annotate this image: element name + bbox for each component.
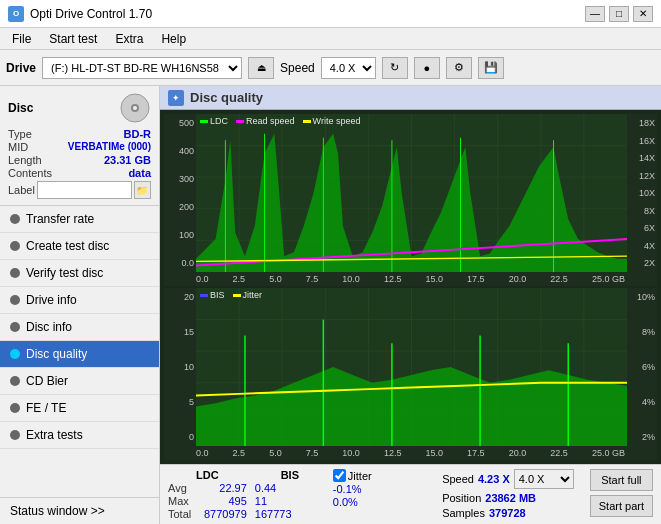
maximize-button[interactable]: □ <box>609 6 629 22</box>
sidebar-item-extra-tests[interactable]: Extra tests <box>0 422 159 449</box>
menu-start-test[interactable]: Start test <box>41 30 105 48</box>
content-area: ✦ Disc quality 500 400 300 200 100 0.0 <box>160 86 661 524</box>
sidebar-item-disc-quality[interactable]: Disc quality <box>0 341 159 368</box>
nav-label-cd-bier: CD Bier <box>26 374 68 388</box>
ldc-avg-row: Avg 22.97 <box>168 482 247 494</box>
sidebar-item-drive-info[interactable]: Drive info <box>0 287 159 314</box>
svg-point-2 <box>133 106 137 110</box>
nav-dot <box>10 403 20 413</box>
disc-quality-header: ✦ Disc quality <box>160 86 661 110</box>
jitter-checkbox[interactable] <box>333 469 346 482</box>
chart1-wrapper: 500 400 300 200 100 0.0 LDC <box>164 114 657 286</box>
chart1-inner: 500 400 300 200 100 0.0 LDC <box>164 114 657 272</box>
menu-bar: File Start test Extra Help <box>0 28 661 50</box>
start-full-button[interactable]: Start full <box>590 469 653 491</box>
right-stats-col: Speed 4.23 X 4.0 X Position 23862 MB Sam… <box>442 469 574 519</box>
settings-button[interactable]: ⚙ <box>446 57 472 79</box>
jitter-max-row: 0.0% <box>333 496 403 508</box>
chart2-y-left: 20 15 10 5 0 <box>164 288 196 446</box>
label-button[interactable]: 📁 <box>134 181 151 199</box>
type-field: Type BD-R <box>8 128 151 140</box>
disc-icon <box>119 92 151 124</box>
nav-dot <box>10 430 20 440</box>
jitter-legend-label: Jitter <box>243 290 263 300</box>
sidebar-item-disc-info[interactable]: Disc info <box>0 314 159 341</box>
eject-button[interactable]: ⏏ <box>248 57 274 79</box>
window-controls[interactable]: — □ ✕ <box>585 6 653 22</box>
status-window-label: Status window >> <box>10 504 105 518</box>
read-speed-legend-dot <box>236 120 244 123</box>
main-area: Disc Type BD-R MID VERBATIMe (000) Leng <box>0 86 661 524</box>
jitter-avg-row: -0.1% <box>333 483 403 495</box>
nav-label-create-test-disc: Create test disc <box>26 239 109 253</box>
refresh-button[interactable]: ↻ <box>382 57 408 79</box>
label-input[interactable] <box>37 181 132 199</box>
chart2-y-right: 10% 8% 6% 4% 2% <box>627 288 657 446</box>
ldc-total-value: 8770979 <box>204 508 247 520</box>
jitter-max-value: 0.0% <box>333 496 358 508</box>
charts-container: 500 400 300 200 100 0.0 LDC <box>160 110 661 464</box>
toolbar: Drive (F:) HL-DT-ST BD-RE WH16NS58 TST4 … <box>0 50 661 86</box>
speed-stat-value: 4.23 X <box>478 473 510 485</box>
jitter-legend-dot <box>233 294 241 297</box>
speed-stat-row: Speed 4.23 X 4.0 X <box>442 469 574 489</box>
disc-quality-title: Disc quality <box>190 90 263 105</box>
nav-dot <box>10 376 20 386</box>
nav-dot <box>10 268 20 278</box>
chart2-inner: 20 15 10 5 0 BIS <box>164 288 657 446</box>
samples-value: 379728 <box>489 507 526 519</box>
nav-dot <box>10 214 20 224</box>
menu-file[interactable]: File <box>4 30 39 48</box>
position-label: Position <box>442 492 481 504</box>
drive-label: Drive <box>6 61 36 75</box>
position-value: 23862 MB <box>485 492 536 504</box>
mid-value: VERBATIMe (000) <box>68 141 151 153</box>
disc-title: Disc <box>8 101 33 115</box>
menu-help[interactable]: Help <box>153 30 194 48</box>
bis-avg-value: 0.44 <box>255 482 276 494</box>
sidebar-item-create-test-disc[interactable]: Create test disc <box>0 233 159 260</box>
drive-select[interactable]: (F:) HL-DT-ST BD-RE WH16NS58 TST4 <box>42 57 242 79</box>
contents-value: data <box>128 167 151 179</box>
length-value: 23.31 GB <box>104 154 151 166</box>
position-row: Position 23862 MB <box>442 492 574 504</box>
sidebar-item-verify-test-disc[interactable]: Verify test disc <box>0 260 159 287</box>
samples-row: Samples 379728 <box>442 507 574 519</box>
menu-extra[interactable]: Extra <box>107 30 151 48</box>
sidebar-item-transfer-rate[interactable]: Transfer rate <box>0 206 159 233</box>
bis-max-row: 11 <box>255 495 325 507</box>
status-window-button[interactable]: Status window >> <box>0 497 159 524</box>
chart2-area: BIS Jitter <box>196 288 627 446</box>
nav-dot-active <box>10 349 20 359</box>
bis-avg-row: 0.44 <box>255 482 325 494</box>
burn-button[interactable]: ● <box>414 57 440 79</box>
nav-dot <box>10 295 20 305</box>
ldc-col: LDC Avg 22.97 Max 495 Total 8770979 <box>168 469 247 520</box>
title-bar: O Opti Drive Control 1.70 — □ ✕ <box>0 0 661 28</box>
write-speed-legend-dot <box>303 120 311 123</box>
sidebar-item-fe-te[interactable]: FE / TE <box>0 395 159 422</box>
jitter-avg-value: -0.1% <box>333 483 362 495</box>
nav-label-disc-quality: Disc quality <box>26 347 87 361</box>
ldc-total-row: Total 8770979 <box>168 508 247 520</box>
bis-legend-dot <box>200 294 208 297</box>
ldc-max-value: 495 <box>228 495 246 507</box>
minimize-button[interactable]: — <box>585 6 605 22</box>
bis-max-value: 11 <box>255 495 267 507</box>
chart2-svg <box>196 288 627 446</box>
bis-total-row: 167773 <box>255 508 325 520</box>
ldc-max-row: Max 495 <box>168 495 247 507</box>
speed-select[interactable]: 4.0 X <box>321 57 376 79</box>
close-button[interactable]: ✕ <box>633 6 653 22</box>
speed-stat-select[interactable]: 4.0 X <box>514 469 574 489</box>
sidebar-item-cd-bier[interactable]: CD Bier <box>0 368 159 395</box>
nav-label-transfer-rate: Transfer rate <box>26 212 94 226</box>
samples-label: Samples <box>442 507 485 519</box>
write-speed-legend-label: Write speed <box>313 116 361 126</box>
start-part-button[interactable]: Start part <box>590 495 653 517</box>
action-buttons: Start full Start part <box>590 469 653 517</box>
save-button[interactable]: 💾 <box>478 57 504 79</box>
bis-col: BIS 0.44 11 167773 <box>255 469 325 520</box>
ldc-legend-label: LDC <box>210 116 228 126</box>
disc-panel: Disc Type BD-R MID VERBATIMe (000) Leng <box>0 86 159 206</box>
